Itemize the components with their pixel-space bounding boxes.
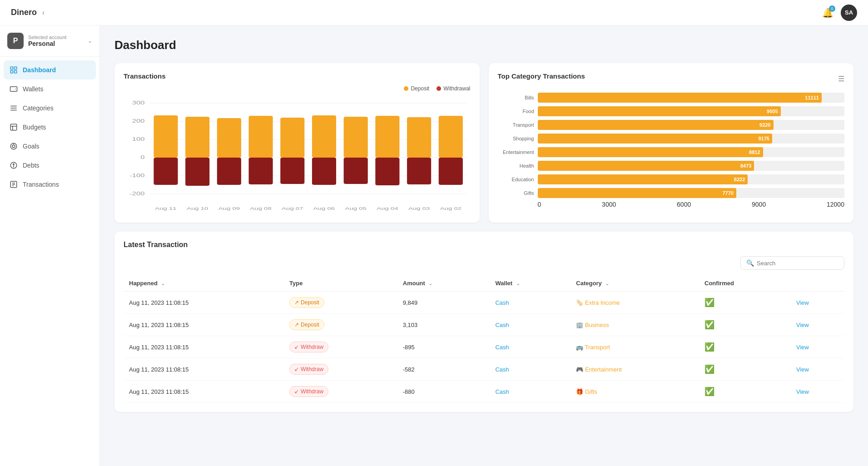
- category-link[interactable]: 🎁 Gifts: [576, 388, 694, 395]
- sidebar-item-debts[interactable]: Debts: [0, 156, 99, 175]
- back-button[interactable]: ‹: [42, 9, 45, 17]
- hbar-value: 8473: [740, 163, 751, 169]
- account-selector[interactable]: P Selected account Personal ⌄: [0, 25, 99, 57]
- hbar-label: Bills: [498, 95, 534, 100]
- sidebar: P Selected account Personal ⌄ Dashboard: [0, 25, 100, 466]
- goals-icon: [9, 142, 18, 151]
- app-title: Dinero: [11, 8, 37, 17]
- svg-text:-200: -200: [129, 191, 145, 196]
- user-avatar[interactable]: SA: [841, 5, 857, 21]
- hbar-label: Transport: [498, 122, 534, 128]
- menu-icon[interactable]: ☰: [838, 74, 844, 83]
- sidebar-item-dashboard[interactable]: Dashboard: [4, 60, 96, 79]
- view-link[interactable]: View: [796, 388, 809, 395]
- sidebar-item-goals[interactable]: Goals: [0, 137, 99, 156]
- sort-icon-amount[interactable]: ⌄: [428, 281, 432, 286]
- svg-text:-100: -100: [129, 173, 145, 178]
- svg-point-12: [12, 145, 15, 148]
- hbar-fill: 8812: [538, 147, 763, 157]
- axis-9000: 9000: [752, 201, 766, 208]
- hbar-fill: 8473: [538, 161, 754, 171]
- sort-icon-wallet[interactable]: ⌄: [516, 281, 520, 286]
- txn-category: 🚌 Transport: [570, 336, 699, 358]
- wallets-icon: [9, 84, 18, 94]
- txn-type-badge: ↙ Withdraw: [289, 364, 328, 375]
- category-link[interactable]: 🎮 Entertainment: [576, 366, 694, 373]
- badge-arrow: ↙: [294, 366, 299, 372]
- sidebar-item-categories[interactable]: Categories: [0, 99, 99, 118]
- notifications-button[interactable]: 🔔 0: [822, 7, 833, 18]
- txn-type: ↙ Withdraw: [284, 358, 397, 381]
- sidebar-item-wallets[interactable]: Wallets: [0, 79, 99, 99]
- hbar-value: 9175: [758, 136, 769, 141]
- legend-withdrawal: Withdrawal: [436, 85, 470, 92]
- hbar-row: Food 9505: [498, 106, 845, 116]
- hbar-label: Education: [498, 177, 534, 182]
- txn-date: Aug 11, 2023 11:08:15: [124, 358, 284, 381]
- hbar-value: 7770: [722, 190, 733, 196]
- charts-row: Transactions Deposit Withdrawal: [114, 63, 853, 223]
- svg-rect-0: [10, 67, 13, 69]
- svg-rect-41: [249, 158, 273, 184]
- svg-text:Aug 05: Aug 05: [345, 206, 367, 211]
- txn-view: View: [791, 336, 844, 358]
- hbar-track: 9505: [538, 106, 845, 116]
- bar-chart-area: 300 200 100 0 -100 -200: [124, 95, 471, 213]
- wallet-link[interactable]: Cash: [495, 299, 509, 306]
- hbar-fill: 9505: [538, 106, 781, 116]
- table-row: Aug 11, 2023 11:08:15 ↙ Withdraw -880 Ca…: [124, 381, 844, 403]
- txn-type: ↙ Withdraw: [284, 336, 397, 358]
- category-link[interactable]: 🏷️ Extra Income: [576, 299, 694, 306]
- txn-view: View: [791, 314, 844, 336]
- svg-rect-34: [185, 117, 209, 158]
- txn-wallet: Cash: [490, 381, 570, 403]
- wallet-link[interactable]: Cash: [495, 388, 509, 395]
- topbar-left: Dinero ‹: [11, 8, 45, 17]
- svg-rect-58: [439, 116, 463, 158]
- txn-amount: -880: [397, 381, 490, 403]
- deposit-legend-dot: [404, 86, 408, 91]
- badge-arrow: ↙: [294, 388, 299, 395]
- hbar-label: Gifts: [498, 190, 534, 196]
- view-link[interactable]: View: [796, 299, 809, 306]
- sidebar-item-budgets[interactable]: Budgets: [0, 118, 99, 137]
- svg-rect-32: [154, 158, 178, 185]
- hbar-row: Entertainment 8812: [498, 147, 845, 157]
- col-amount: Amount ⌄: [397, 275, 490, 292]
- app-container: Dinero ‹ 🔔 0 SA P Selected account Perso…: [0, 0, 868, 466]
- search-box: 🔍: [740, 256, 844, 270]
- account-name: Personal: [28, 40, 83, 47]
- txn-view: View: [791, 292, 844, 314]
- sort-icon-happened[interactable]: ⌄: [161, 281, 165, 286]
- transactions-chart-card: Transactions Deposit Withdrawal: [114, 63, 480, 223]
- search-input[interactable]: [757, 260, 838, 267]
- badge-arrow: ↙: [294, 344, 299, 350]
- view-link[interactable]: View: [796, 322, 809, 328]
- txn-confirmed: ✅: [699, 358, 791, 381]
- wallet-link[interactable]: Cash: [495, 344, 509, 351]
- wallet-link[interactable]: Cash: [495, 366, 509, 373]
- svg-rect-47: [312, 158, 336, 185]
- txn-date: Aug 11, 2023 11:08:15: [124, 381, 284, 403]
- confirmed-icon: ✅: [704, 320, 714, 329]
- txn-date: Aug 11, 2023 11:08:15: [124, 292, 284, 314]
- svg-text:Aug 06: Aug 06: [313, 206, 335, 211]
- txn-type-badge: ↗ Deposit: [289, 297, 324, 308]
- view-link[interactable]: View: [796, 344, 809, 351]
- svg-text:Aug 11: Aug 11: [155, 206, 177, 211]
- table-row: Aug 11, 2023 11:08:15 ↗ Deposit 9,849 Ca…: [124, 292, 844, 314]
- svg-text:0: 0: [140, 155, 145, 160]
- account-info: Selected account Personal: [28, 35, 83, 47]
- wallet-link[interactable]: Cash: [495, 322, 509, 328]
- category-link[interactable]: 🏢 Business: [576, 322, 694, 328]
- view-link[interactable]: View: [796, 366, 809, 373]
- hbar-row: Health 8473: [498, 161, 845, 171]
- sidebar-item-transactions[interactable]: Transactions: [0, 175, 99, 194]
- hbar-row: Bills 11111: [498, 93, 845, 103]
- legend-deposit: Deposit: [404, 85, 429, 92]
- axis-6000: 6000: [677, 201, 691, 208]
- confirmed-icon: ✅: [704, 298, 714, 307]
- category-link[interactable]: 🚌 Transport: [576, 344, 694, 351]
- sidebar-label-debts: Debts: [23, 162, 40, 169]
- sort-icon-category[interactable]: ⌄: [605, 281, 609, 286]
